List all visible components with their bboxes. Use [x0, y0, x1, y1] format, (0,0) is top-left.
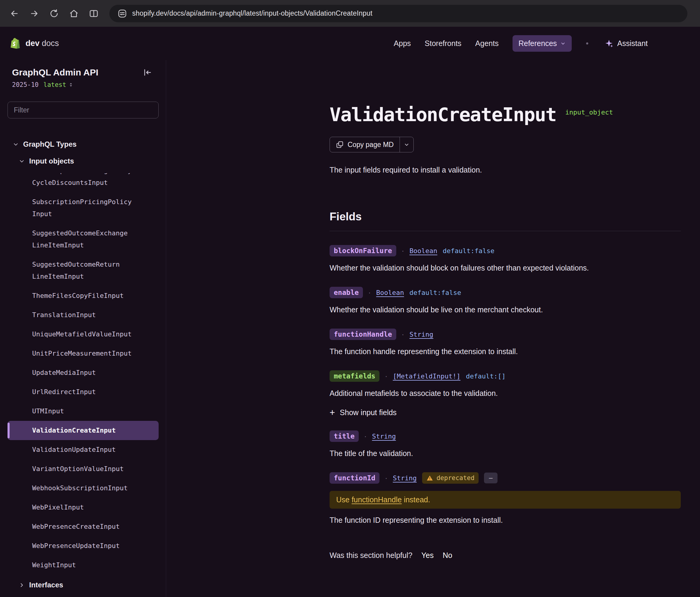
- tree-section-graphql-types[interactable]: GraphQL Types: [0, 138, 166, 151]
- copy-page-md-label: Copy page MD: [348, 141, 394, 149]
- type-link[interactable]: String: [372, 433, 396, 440]
- site-header: dev docs AppsStorefrontsAgentsReferences…: [0, 27, 700, 60]
- sidebar-item-UnitPriceMeasurementInput[interactable]: Unit​Price​Measurement​Input: [7, 344, 159, 363]
- type-link[interactable]: Boolean: [376, 289, 404, 296]
- sidebar-item-UpdateMediaInput[interactable]: Update​Media​Input: [7, 363, 159, 382]
- back-button[interactable]: [7, 6, 22, 21]
- field-enable: enable·Booleandefault:falseWhether the v…: [330, 287, 681, 315]
- type-link[interactable]: Boolean: [409, 247, 438, 255]
- warning-icon: [426, 475, 433, 482]
- sidebar-item-WebPresenceUpdateInput[interactable]: Web​Presence​Update​Input: [7, 536, 159, 555]
- sidebar-item-ThemeFilesCopyFileInput[interactable]: Theme​Files​Copy​File​Input: [7, 286, 159, 305]
- deprecation-warning: Use functionHandle instead.: [330, 491, 681, 509]
- sidebar-item-UTMInput[interactable]: UTMInput: [7, 402, 159, 421]
- dot-separator: ·: [385, 474, 387, 482]
- version-selector[interactable]: latest: [44, 81, 74, 88]
- hide-deprecated-button[interactable]: –: [484, 473, 497, 483]
- field-name-badge: metafields: [330, 371, 379, 382]
- field-head: functionId·Stringdeprecated–: [330, 472, 681, 484]
- filter-input[interactable]: [7, 102, 159, 118]
- field-name-badge: blockOnFailure: [330, 245, 396, 257]
- sidebar-item-UniqueMetafieldValueInput[interactable]: Unique​Metafield​Value​Input: [7, 325, 159, 344]
- home-button[interactable]: [66, 6, 82, 21]
- nav-item-label: Apps: [394, 39, 411, 48]
- sidebar-item-SubscriptionPricingPolicyInput[interactable]: Subscription​Pricing​Policy​Input: [7, 192, 159, 224]
- type-link[interactable]: String: [409, 331, 433, 338]
- tree-section-label: GraphQL Types: [23, 140, 77, 148]
- dot-separator: ·: [385, 372, 387, 380]
- sidebar-item-WebPixelInput[interactable]: Web​Pixel​Input: [7, 498, 159, 517]
- sidebar-item-ValidationUpdateInput[interactable]: Validation​Update​Input: [7, 440, 159, 459]
- sidebar-item-label: Subscription​Pricing​Policy​Cycle​Discou…: [32, 173, 134, 189]
- type-link[interactable]: [MetafieldInput!]: [393, 373, 460, 380]
- header-nav: AppsStorefrontsAgentsReferences Assistan…: [394, 35, 650, 52]
- tree-section-interfaces[interactable]: Interfaces: [0, 578, 166, 592]
- browser-chrome: shopify.dev/docs/api/admin-graphql/lates…: [0, 0, 700, 27]
- sidebar-item-VariantOptionValueInput[interactable]: Variant​Option​Value​Input: [7, 459, 159, 479]
- assistant-button[interactable]: Assistant: [603, 39, 650, 48]
- brand-docs: docs: [42, 39, 59, 48]
- default-value: default:false: [409, 289, 461, 296]
- sidebar-item-WebPresenceCreateInput[interactable]: Web​Presence​Create​Input: [7, 517, 159, 536]
- sidebar-item-SuggestedOutcomeReturnLineItemInput[interactable]: Suggested​Outcome​Return​Line​Item​Input: [7, 255, 159, 286]
- sidebar-item-TranslationInput[interactable]: Translation​Input: [7, 305, 159, 325]
- helpful-yes-button[interactable]: Yes: [422, 551, 434, 560]
- version-row: 2025-10 latest: [0, 81, 166, 88]
- helpful-row: Was this section helpful? Yes No: [330, 551, 681, 560]
- field-name-badge: enable: [330, 287, 363, 298]
- deprecated-badge: deprecated: [422, 472, 479, 484]
- type-link[interactable]: String: [393, 474, 417, 482]
- tree-section-label: Input objects: [29, 157, 74, 165]
- helpful-no-button[interactable]: No: [443, 551, 452, 560]
- nav-item-label: Agents: [475, 39, 499, 48]
- sidebar-item-WebhookSubscriptionInput[interactable]: Webhook​Subscription​Input: [7, 479, 159, 498]
- shopify-dev-logo[interactable]: dev docs: [9, 37, 59, 50]
- warning-link[interactable]: functionHandle: [351, 495, 402, 504]
- field-head: enable·Booleandefault:false: [330, 287, 681, 298]
- sidebar-item-label: Validation​Update​Input: [32, 444, 134, 456]
- nav-items: AppsStorefrontsAgentsReferences: [394, 35, 572, 52]
- field-head: blockOnFailure·Booleandefault:false: [330, 245, 681, 257]
- panel-toggle-button[interactable]: [86, 6, 102, 21]
- nav-item-apps[interactable]: Apps: [394, 39, 411, 48]
- reload-icon: [49, 9, 59, 18]
- nav-item-references[interactable]: References: [512, 35, 572, 52]
- collapse-sidebar-button[interactable]: [143, 68, 152, 77]
- copy-page-md-button[interactable]: Copy page MD: [330, 137, 400, 152]
- sidebar-title: GraphQL Admin API: [12, 67, 98, 77]
- fields-heading: Fields: [330, 210, 681, 223]
- forward-button[interactable]: [26, 6, 42, 21]
- sidebar: GraphQL Admin API 2025-10 latest GraphQL…: [0, 60, 166, 597]
- field-description: The function ID representing the extensi…: [330, 515, 681, 526]
- sidebar-item-UrlRedirectInput[interactable]: Url​Redirect​Input: [7, 382, 159, 402]
- reload-button[interactable]: [46, 6, 62, 21]
- type-kind-label: input_object: [566, 109, 613, 116]
- chevron-right-icon: [19, 582, 25, 588]
- sidebar-item-label: Weight​Input: [32, 559, 134, 571]
- address-bar[interactable]: shopify.dev/docs/api/admin-graphql/lates…: [109, 5, 688, 22]
- copy-page-dropdown-button[interactable]: [400, 137, 414, 152]
- field-description: Whether the validation should block on f…: [330, 262, 681, 273]
- nav-item-storefronts[interactable]: Storefronts: [425, 39, 461, 48]
- field-functionHandle: functionHandle·StringThe function handle…: [330, 329, 681, 357]
- page-layout: GraphQL Admin API 2025-10 latest GraphQL…: [0, 60, 700, 597]
- sidebar-item-label: Unique​Metafield​Value​Input: [32, 328, 134, 340]
- main-content: ValidationCreateInput input_object Copy …: [166, 60, 700, 597]
- field-head: functionHandle·String: [330, 329, 681, 340]
- nav-item-agents[interactable]: Agents: [475, 39, 499, 48]
- sidebar-item-WeightInput[interactable]: Weight​Input: [7, 555, 159, 575]
- dot-separator: ·: [402, 246, 404, 255]
- sidebar-item-SuggestedOutcomeExchangeLineItemInput[interactable]: Suggested​Outcome​Exchange​Line​Item​Inp…: [7, 224, 159, 255]
- show-input-fields-button[interactable]: +Show input fields: [330, 408, 397, 417]
- sidebar-item-SubscriptionPricingPolicyCycleDiscountsInput[interactable]: Subscription​Pricing​Policy​Cycle​Discou…: [7, 173, 159, 192]
- default-value: default:[]: [466, 373, 506, 380]
- shopify-bag-icon: [9, 37, 21, 50]
- tree-section-input-objects[interactable]: Input objects: [0, 154, 166, 168]
- field-blockOnFailure: blockOnFailure·Booleandefault:falseWheth…: [330, 245, 681, 273]
- sidebar-item-label: Variant​Option​Value​Input: [32, 463, 134, 475]
- sidebar-item-label: Url​Redirect​Input: [32, 386, 134, 398]
- tree-items-list: Subscription​Pricing​Policy​Cycle​Discou…: [0, 173, 166, 575]
- sidebar-item-ValidationCreateInput[interactable]: Validation​Create​Input: [7, 421, 159, 440]
- copy-page-split-button: Copy page MD: [330, 137, 414, 152]
- helpful-question: Was this section helpful?: [330, 551, 412, 560]
